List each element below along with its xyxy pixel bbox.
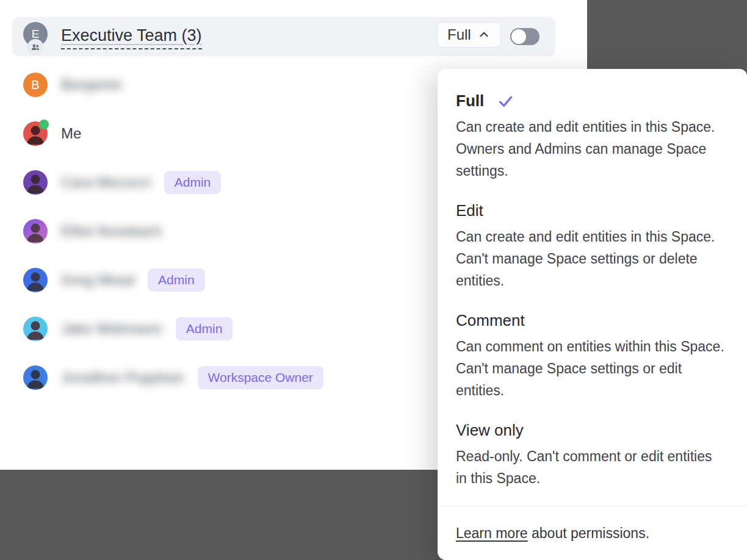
member-avatar: B [23, 73, 48, 97]
member-avatar [23, 170, 48, 195]
option-label: View only [456, 420, 524, 440]
group-header-bar: E Executive Team (3) Full [12, 17, 555, 56]
option-label: Full [456, 90, 484, 111]
member-row: Me [23, 121, 81, 146]
group-avatar: E [23, 22, 48, 46]
group-toggle-switch[interactable] [510, 28, 540, 45]
online-status-dot [39, 120, 49, 129]
check-icon [497, 93, 514, 109]
permission-option-comment[interactable]: Comment Can comment on entities within t… [456, 310, 726, 401]
permissions-options-list: Full Can create and edit entities in thi… [438, 69, 747, 489]
person-photo-icon [23, 219, 48, 243]
role-badge: Admin [176, 317, 233, 340]
member-row: Jonathon Popphan Workspace Owner [23, 365, 323, 390]
member-name: Elliot Nossbach [61, 223, 162, 240]
person-photo-icon [23, 268, 48, 292]
member-row: Elliot Nossbach [23, 219, 162, 243]
group-title[interactable]: Executive Team (3) [61, 26, 202, 49]
member-name: Benjamin [61, 76, 122, 93]
person-photo-icon [23, 317, 48, 341]
toggle-knob [511, 29, 526, 44]
people-icon [31, 42, 41, 52]
member-avatar [23, 121, 48, 146]
member-name: Jonathon Popphan [61, 369, 184, 386]
permission-option-edit[interactable]: Edit Can create and edit entities in thi… [456, 200, 726, 292]
member-name: Cara Mecocci [61, 174, 151, 191]
member-row: Greg Mead Admin [23, 268, 205, 292]
option-label: Edit [456, 200, 483, 221]
option-description: Can comment on entities within this Spac… [456, 336, 726, 401]
member-row: Jake Wahmann Admin [23, 317, 233, 341]
chevron-up-icon [477, 28, 491, 41]
permission-option-full[interactable]: Full Can create and edit entities in thi… [456, 90, 726, 182]
role-badge: Workspace Owner [198, 366, 323, 389]
member-row: Cara Mecocci Admin [23, 170, 221, 195]
avatar-initial: B [31, 78, 39, 92]
member-avatar [23, 365, 48, 390]
role-badge: Admin [148, 268, 205, 292]
permissions-dropdown-panel: Full Can create and edit entities in thi… [438, 69, 747, 560]
member-avatar [23, 268, 48, 292]
learn-more-link[interactable]: Learn more [456, 525, 528, 541]
option-description: Can create and edit entities in this Spa… [456, 116, 726, 182]
permission-dropdown-button[interactable]: Full [437, 22, 501, 48]
permission-option-view-only[interactable]: View only Read-only. Can't comment or ed… [456, 420, 726, 489]
footer-text: about permissions. [528, 525, 649, 541]
option-description: Can create and edit entities in this Spa… [456, 226, 726, 292]
option-label: Comment [456, 310, 525, 331]
person-photo-icon [23, 170, 48, 195]
member-avatar [23, 219, 48, 243]
member-row: B Benjamin [23, 73, 122, 97]
group-members-badge [27, 39, 44, 56]
role-badge: Admin [164, 171, 222, 194]
permissions-panel-footer: Learn more about permissions. [438, 506, 747, 560]
member-name: Me [61, 125, 81, 142]
person-photo-icon [23, 365, 48, 390]
member-name: Jake Wahmann [61, 320, 162, 337]
option-description: Read-only. Can't comment or edit entitie… [456, 445, 726, 489]
member-name: Greg Mead [61, 271, 134, 289]
permission-dropdown-label: Full [447, 26, 471, 43]
member-avatar [23, 317, 48, 341]
